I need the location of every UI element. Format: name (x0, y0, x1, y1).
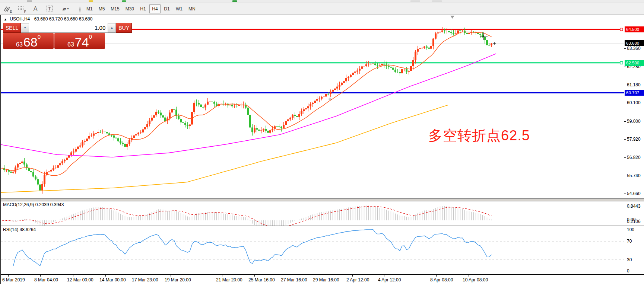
time-axis-label: 17 Mar 23:00 (132, 277, 158, 283)
tab-timeframe-h4[interactable]: H4 (149, 4, 161, 13)
text-tool-icon[interactable]: T (43, 4, 56, 14)
icon-sub-label: E (10, 10, 12, 13)
buy-price-pip-digit: 0 (89, 34, 92, 39)
time-axis-tick (73, 275, 73, 277)
fibonacci-tools-icon[interactable]: F (15, 4, 28, 14)
time-axis-label: 25 Mar 16:00 (248, 277, 275, 283)
time-axis-label: 2 Apr 12:00 (346, 277, 369, 283)
letter-t-glyph: T (47, 6, 53, 12)
tab-timeframe-m30[interactable]: M30 (123, 4, 137, 13)
volume-input[interactable] (29, 23, 108, 32)
ma-slow-line (1, 105, 448, 192)
sell-price-tile[interactable]: 63 68 0 (3, 33, 54, 49)
price-tick (624, 48, 626, 49)
letter-a-glyph: A (34, 6, 38, 12)
time-axis-label: 6 Mar 2019 (2, 277, 25, 283)
toolbar-fragment (432, 0, 442, 2)
symbol-period-label: USOil-,H4 (10, 16, 30, 22)
time-axis-tick (171, 275, 171, 277)
macd-axis-min-label: 0.2106 (627, 219, 641, 224)
chart-window: ▲ USOil-,H4 63.680 63.720 63.660 63.680 … (0, 15, 644, 284)
time-axis-tick (352, 275, 353, 277)
tab-timeframe-m15[interactable]: M15 (108, 4, 122, 13)
toolbar-fragment (27, 0, 32, 2)
rsi-axis-label: 30 (627, 257, 632, 262)
price-axis[interactable]: 63.36062.28061.18060.10059.00057.92056.8… (624, 15, 644, 198)
tab-timeframe-d1[interactable]: D1 (161, 4, 172, 13)
panel-splitter[interactable] (1, 198, 644, 201)
tab-timeframe-w1[interactable]: W1 (173, 4, 185, 13)
volume-decrease-button[interactable]: ▼ (21, 23, 29, 32)
volume-increase-button[interactable]: ▲ (108, 23, 116, 32)
price-tick (624, 67, 626, 67)
time-axis-label: 19 Mar 20:00 (165, 277, 191, 283)
price-tick (624, 194, 626, 194)
rsi-axis[interactable]: 10070300 (624, 226, 644, 274)
arrows-glyph: ▴▾ (63, 6, 66, 12)
time-axis-tick (384, 275, 384, 277)
ma-fast-line (2, 32, 492, 176)
arrows-tool-icon[interactable]: ▴▾ ▼ (57, 4, 74, 14)
buy-button[interactable]: BUY (116, 23, 132, 33)
rsi-indicator-panel: RSI(14) 48.9264 10070300 (1, 226, 644, 274)
tab-timeframe-m5[interactable]: M5 (96, 4, 108, 13)
time-axis-tick (436, 275, 437, 277)
time-axis-tick (254, 275, 255, 277)
macd-indicator-panel: MACD(12,26,9) 0.2039 0.3943 0.84430.000.… (1, 201, 644, 226)
macd-label: MACD(12,26,9) 0.2039 0.3943 (3, 202, 64, 207)
price-tick-label: 59.000 (627, 119, 641, 124)
toolbar-fragment (410, 0, 420, 2)
rsi-plot[interactable] (1, 226, 624, 274)
buy-price-tile[interactable]: 63 74 0 (54, 33, 105, 49)
price-tick-label: 55.740 (627, 173, 641, 178)
macd-axis-max-label: 0.8443 (627, 204, 641, 209)
plus-marker-icon (493, 42, 496, 45)
sell-price-main-digits: 68 (23, 37, 38, 48)
dropdown-caret-icon: ▼ (67, 7, 70, 10)
time-axis-tick (222, 275, 222, 277)
tab-timeframe-mn[interactable]: MN (186, 4, 198, 13)
chart-shift-marker-icon (450, 16, 454, 19)
text-label-tool-icon[interactable]: A (29, 4, 42, 14)
time-axis-label: 27 Mar 16:00 (281, 277, 307, 283)
macd-axis[interactable]: 0.84430.000.2106 (624, 201, 644, 226)
ohlc-values-label: 63.680 63.720 63.660 63.680 (34, 16, 93, 22)
time-axis-tick (287, 275, 287, 277)
time-axis-tick (469, 275, 469, 277)
buy-price-whole: 63 (67, 42, 74, 48)
icon-sub-label: F (24, 10, 26, 13)
time-axis-label: 14 Mar 00:00 (99, 277, 126, 283)
toolbar-fragment (89, 0, 93, 2)
time-axis-label: 21 Mar 20:00 (216, 277, 242, 283)
tab-timeframe-m1[interactable]: M1 (84, 4, 95, 13)
time-axis-tick (40, 275, 41, 277)
crosshair-cursor-icon (480, 32, 488, 40)
macd-signal-line (2, 206, 492, 226)
sell-button[interactable]: SELL (3, 23, 21, 33)
collapse-triangle-icon[interactable]: ▲ (4, 17, 7, 21)
price-tick-label: 61.180 (627, 82, 641, 87)
price-tick-label: 63.360 (627, 46, 641, 51)
price-tick-label: 57.920 (627, 137, 641, 142)
macd-plot[interactable] (1, 201, 624, 226)
time-axis-tick (319, 275, 319, 277)
line-end-handle[interactable] (620, 61, 623, 64)
trade-panel-top-row: SELL ▼ ▲ BUY (3, 23, 105, 33)
chart-text-annotation: 多空转折点62.5 (428, 126, 530, 145)
price-tick-label: 60.100 (627, 100, 641, 105)
price-badge: 64.500 (625, 26, 644, 32)
tab-timeframe-h1[interactable]: H1 (137, 4, 149, 13)
price-tick (624, 85, 626, 85)
time-axis[interactable]: 6 Mar 20198 Mar 04:0012 Mar 00:0014 Mar … (1, 274, 644, 284)
rsi-label: RSI(14) 48.9264 (3, 227, 36, 232)
line-end-handle[interactable] (620, 28, 623, 31)
price-tick-label: 54.660 (627, 191, 641, 196)
toolbar-fragment (232, 0, 237, 2)
caret-down-icon: ▼ (23, 26, 26, 29)
buy-price-main-digits: 74 (75, 37, 89, 48)
toolbar-drag-grip[interactable] (79, 4, 81, 13)
price-badge: 63.680 (625, 40, 644, 46)
timeframe-button-group: M1M5M15M30H1H4D1W1MN (83, 4, 199, 13)
rsi-axis-label: 100 (627, 227, 634, 232)
elliott-waves-tool-icon[interactable]: E (1, 4, 13, 14)
